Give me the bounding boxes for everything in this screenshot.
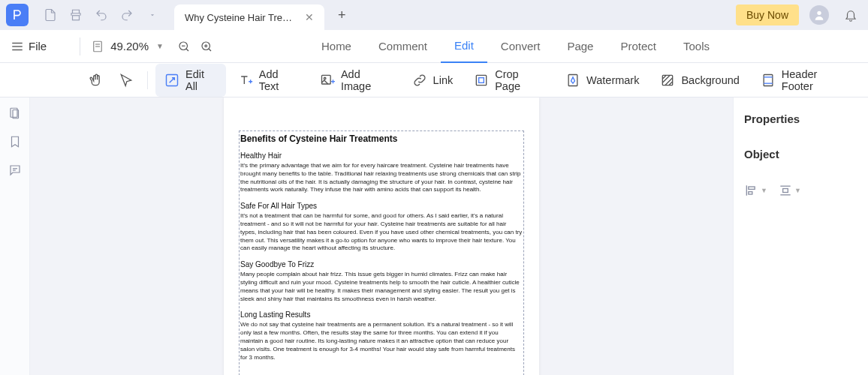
- crop-page-label: Crop Page: [495, 68, 544, 92]
- background-button[interactable]: Background: [651, 68, 748, 92]
- object-heading: Object: [744, 148, 857, 160]
- doc-paragraph[interactable]: It's not a treatment that can be harmful…: [240, 212, 523, 253]
- add-image-label: Add Image: [341, 68, 391, 92]
- document-page[interactable]: Benefits of Cysteine Hair Treatments Hea…: [224, 98, 539, 375]
- close-tab-icon[interactable]: ✕: [305, 11, 314, 23]
- doc-subheading[interactable]: Healthy Hair: [240, 152, 523, 160]
- doc-paragraph[interactable]: Many people complain about hair frizz. T…: [240, 271, 523, 303]
- zoom-in-icon[interactable]: [200, 40, 213, 53]
- doc-paragraph[interactable]: It's the primary advantage that we aim f…: [240, 162, 523, 194]
- zoom-out-icon[interactable]: [177, 40, 191, 53]
- thumbnails-icon[interactable]: [8, 106, 22, 120]
- svg-point-17: [324, 77, 326, 80]
- svg-point-1: [817, 11, 821, 15]
- new-tab-icon[interactable]: +: [338, 8, 346, 23]
- file-menu[interactable]: File: [29, 40, 47, 52]
- svg-rect-18: [477, 75, 487, 85]
- zoom-dropdown-icon[interactable]: ▼: [156, 42, 164, 50]
- left-sidebar: [0, 98, 30, 375]
- menu-page[interactable]: Page: [553, 30, 607, 63]
- svg-line-14: [209, 49, 211, 51]
- add-text-label: Add Text: [259, 68, 299, 92]
- watermark-label: Watermark: [586, 74, 639, 86]
- menu-protect[interactable]: Protect: [607, 30, 670, 63]
- edit-toolbar: Edit All Add Text Add Image Link Crop Pa…: [0, 63, 868, 98]
- title-bar: Why Cysteine Hair Treat... ✕ + Buy Now: [0, 0, 868, 30]
- properties-heading: Properties: [744, 112, 857, 125]
- undo-icon[interactable]: [90, 4, 113, 26]
- svg-rect-19: [479, 77, 484, 82]
- link-button[interactable]: Link: [403, 68, 463, 92]
- crop-page-button[interactable]: Crop Page: [465, 64, 553, 97]
- workspace: Benefits of Cysteine Hair Treatments Hea…: [0, 98, 868, 375]
- select-tool-icon[interactable]: [113, 68, 140, 92]
- menu-comment[interactable]: Comment: [365, 30, 441, 63]
- add-text-button[interactable]: Add Text: [229, 64, 308, 97]
- save-icon[interactable]: [39, 4, 62, 26]
- menu-tools[interactable]: Tools: [670, 30, 723, 63]
- align-tool[interactable]: ▼: [744, 183, 767, 198]
- header-footer-label: Header Footer: [782, 68, 848, 92]
- comments-icon[interactable]: [8, 164, 22, 177]
- svg-rect-33: [783, 189, 788, 193]
- notifications-icon[interactable]: [844, 8, 857, 22]
- properties-panel: Properties Object ▼ ▼: [733, 98, 868, 375]
- buy-now-button[interactable]: Buy Now: [736, 4, 799, 26]
- edit-all-button[interactable]: Edit All: [155, 64, 226, 97]
- menu-home[interactable]: Home: [308, 30, 365, 63]
- doc-paragraph[interactable]: We do not say that cysteine hair treatme…: [240, 321, 523, 362]
- menu-convert[interactable]: Convert: [487, 30, 554, 63]
- svg-rect-30: [749, 187, 755, 189]
- background-label: Background: [681, 74, 739, 86]
- menu-edit[interactable]: Edit: [441, 30, 487, 63]
- distribute-tool[interactable]: ▼: [778, 183, 801, 198]
- edit-all-label: Edit All: [185, 68, 217, 92]
- svg-rect-0: [73, 16, 80, 20]
- doc-subheading[interactable]: Safe For All Hair Types: [240, 202, 523, 210]
- bookmarks-icon[interactable]: [8, 135, 22, 148]
- chevron-down-icon: ▼: [794, 187, 801, 194]
- svg-rect-31: [749, 192, 752, 194]
- svg-rect-21: [663, 75, 673, 85]
- add-image-button[interactable]: Add Image: [311, 64, 400, 97]
- tab-title: Why Cysteine Hair Treat...: [185, 12, 297, 23]
- doc-heading[interactable]: Benefits of Cysteine Hair Treatments: [240, 134, 523, 144]
- menu-icon[interactable]: [11, 40, 24, 53]
- separator: [80, 38, 80, 56]
- doc-subheading[interactable]: Long Lasting Results: [240, 310, 523, 319]
- user-avatar-icon[interactable]: [809, 5, 829, 25]
- zoom-level[interactable]: 49.20%: [110, 40, 149, 52]
- link-label: Link: [433, 74, 454, 86]
- header-footer-button[interactable]: Header Footer: [752, 64, 857, 97]
- document-tab[interactable]: Why Cysteine Hair Treat... ✕: [174, 4, 324, 30]
- menu-bar: File 49.20% ▼ Home Comment Edit Convert …: [0, 30, 868, 63]
- more-dropdown-icon[interactable]: [141, 4, 164, 26]
- separator: [147, 71, 148, 89]
- print-icon[interactable]: [65, 4, 87, 26]
- svg-line-10: [186, 49, 188, 51]
- page-view-icon[interactable]: [91, 40, 104, 53]
- doc-subheading[interactable]: Say Goodbye To Frizz: [240, 260, 523, 268]
- svg-rect-22: [764, 74, 773, 86]
- watermark-button[interactable]: Watermark: [556, 68, 648, 92]
- app-logo[interactable]: [6, 4, 29, 26]
- hand-tool-icon[interactable]: [83, 68, 110, 92]
- document-canvas[interactable]: Benefits of Cysteine Hair Treatments Hea…: [30, 98, 733, 375]
- chevron-down-icon: ▼: [761, 187, 767, 194]
- redo-icon[interactable]: [116, 4, 138, 26]
